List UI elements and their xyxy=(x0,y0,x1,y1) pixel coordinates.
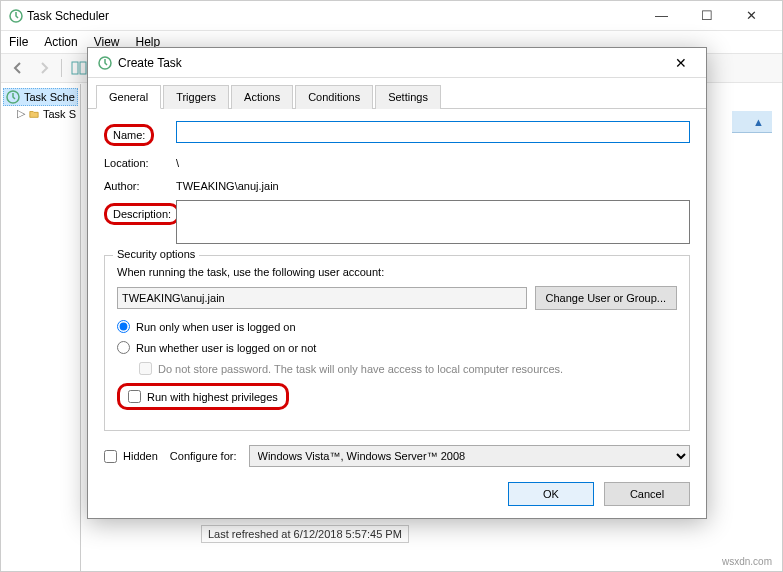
svg-rect-1 xyxy=(72,62,78,74)
radio-whether[interactable] xyxy=(117,341,130,354)
tab-actions[interactable]: Actions xyxy=(231,85,293,109)
clock-icon xyxy=(6,90,20,104)
tree-pane: Task Sche ▷ Task S xyxy=(1,84,81,571)
clock-icon xyxy=(9,9,23,23)
check-highest-privileges-label: Run with highest privileges xyxy=(147,391,278,403)
close-button[interactable]: ✕ xyxy=(729,2,774,30)
radio-logged-on-label: Run only when user is logged on xyxy=(136,321,296,333)
menu-file[interactable]: File xyxy=(9,35,28,49)
collapse-icon: ▲ xyxy=(753,116,764,128)
check-hidden[interactable] xyxy=(104,450,117,463)
tree-root[interactable]: Task Sche xyxy=(3,88,78,106)
tab-settings[interactable]: Settings xyxy=(375,85,441,109)
back-button[interactable] xyxy=(7,57,29,79)
radio-whether-label: Run whether user is logged on or not xyxy=(136,342,316,354)
clock-icon xyxy=(98,56,112,70)
description-input[interactable] xyxy=(176,200,690,244)
radio-logged-on[interactable] xyxy=(117,320,130,333)
check-highest-privileges[interactable] xyxy=(128,390,141,403)
tab-strip: General Triggers Actions Conditions Sett… xyxy=(88,78,706,109)
tree-child-label: Task S xyxy=(43,108,76,120)
window-title: Task Scheduler xyxy=(23,9,639,23)
configure-for-select[interactable]: Windows Vista™, Windows Server™ 2008 xyxy=(249,445,690,467)
name-label: Name: xyxy=(104,121,176,146)
user-account-field xyxy=(117,287,527,309)
check-hidden-label: Hidden xyxy=(123,450,158,462)
cancel-button[interactable]: Cancel xyxy=(604,482,690,506)
tree-child[interactable]: ▷ Task S xyxy=(3,106,78,121)
configure-for-label: Configure for: xyxy=(170,450,237,462)
toolbar-separator xyxy=(61,59,62,77)
check-no-password xyxy=(139,362,152,375)
svg-rect-2 xyxy=(80,62,86,74)
security-legend: Security options xyxy=(113,248,199,260)
tab-conditions[interactable]: Conditions xyxy=(295,85,373,109)
forward-button[interactable] xyxy=(33,57,55,79)
status-text: Last refreshed at 6/12/2018 5:57:45 PM xyxy=(201,525,409,543)
security-prompt: When running the task, use the following… xyxy=(117,266,677,278)
attribution: wsxdn.com xyxy=(722,556,772,567)
dialog-title: Create Task xyxy=(112,56,666,70)
tab-general[interactable]: General xyxy=(96,85,161,109)
ok-button[interactable]: OK xyxy=(508,482,594,506)
titlebar: Task Scheduler — ☐ ✕ xyxy=(1,1,782,31)
minimize-button[interactable]: — xyxy=(639,2,684,30)
tab-triggers[interactable]: Triggers xyxy=(163,85,229,109)
dialog-titlebar: Create Task ✕ xyxy=(88,48,706,78)
actions-pane-header[interactable]: ▲ xyxy=(732,111,772,133)
create-task-dialog: Create Task ✕ General Triggers Actions C… xyxy=(87,47,707,519)
author-label: Author: xyxy=(104,177,176,192)
author-value: TWEAKING\anuj.jain xyxy=(176,177,690,192)
check-no-password-label: Do not store password. The task will onl… xyxy=(158,363,563,375)
maximize-button[interactable]: ☐ xyxy=(684,2,729,30)
security-options-group: Security options When running the task, … xyxy=(104,255,690,431)
location-value: \ xyxy=(176,154,690,169)
description-label: Description: xyxy=(104,200,176,225)
name-input[interactable] xyxy=(176,121,690,143)
dialog-close-button[interactable]: ✕ xyxy=(666,51,696,75)
expand-icon[interactable]: ▷ xyxy=(17,107,25,120)
tree-root-label: Task Sche xyxy=(24,91,75,103)
tab-body-general: Name: Location: \ Author: TWEAKING\anuj.… xyxy=(88,109,706,475)
location-label: Location: xyxy=(104,154,176,169)
change-user-button[interactable]: Change User or Group... xyxy=(535,286,677,310)
task-scheduler-window: Task Scheduler — ☐ ✕ File Action View He… xyxy=(0,0,783,572)
folder-icon xyxy=(29,108,39,120)
menu-action[interactable]: Action xyxy=(44,35,77,49)
